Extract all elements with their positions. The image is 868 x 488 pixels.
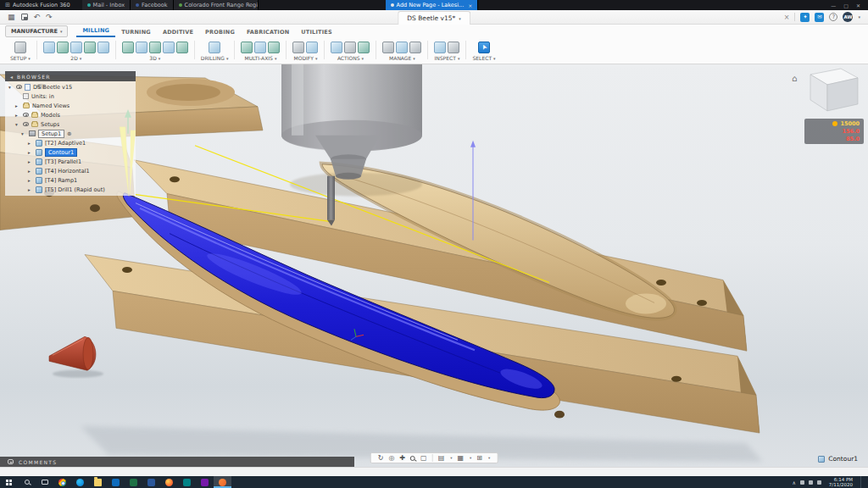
- app-word[interactable]: [142, 476, 160, 488]
- app-file-explorer[interactable]: [89, 476, 107, 488]
- cutting-tool[interactable]: [327, 176, 335, 220]
- undo-icon[interactable]: ↶: [34, 14, 41, 21]
- tab-close-icon[interactable]: ×: [468, 3, 472, 8]
- viewport[interactable]: ⌂ ◂ BROWSER ▾ DS Beetle v15: [0, 64, 868, 467]
- redo-icon[interactable]: ↷: [46, 14, 53, 21]
- drill-icon[interactable]: [209, 42, 220, 53]
- feedback-icon[interactable]: ✉: [815, 13, 824, 22]
- chevron-down-icon[interactable]: ▾: [470, 456, 471, 460]
- expand-caret-icon[interactable]: ▸: [15, 103, 20, 108]
- chevron-down-icon[interactable]: ▾: [315, 56, 318, 61]
- viewports-icon[interactable]: ⊞: [476, 455, 482, 462]
- setup-icon[interactable]: [14, 42, 26, 53]
- browser-item-setup1[interactable]: ▾ Setup1 ⊕: [5, 129, 136, 138]
- browser-item-drill1[interactable]: ▸ [T5] Drill1 (Rapid out): [5, 185, 136, 194]
- expand-caret-icon[interactable]: ▸: [15, 113, 20, 118]
- chevron-down-icon[interactable]: ▾: [488, 456, 490, 460]
- tray-expand-icon[interactable]: ∧: [792, 480, 795, 485]
- maximize-icon[interactable]: ▢: [843, 3, 849, 8]
- trim-icon[interactable]: [292, 42, 304, 53]
- app-excel[interactable]: [125, 476, 142, 488]
- tab-facebook[interactable]: Facebook: [131, 0, 174, 10]
- chevron-down-icon[interactable]: ▾: [493, 56, 496, 61]
- app-store[interactable]: [196, 476, 214, 488]
- chevron-down-icon[interactable]: ▾: [159, 56, 161, 61]
- avatar[interactable]: AW: [843, 12, 853, 22]
- expand-caret-icon[interactable]: ▾: [15, 122, 20, 127]
- browser-item-named-views[interactable]: ▸ Named Views: [5, 101, 136, 110]
- expand-caret-icon[interactable]: ▸: [28, 150, 33, 155]
- visibility-eye-icon[interactable]: [23, 113, 29, 117]
- task-view-button[interactable]: [36, 476, 53, 488]
- extensions-icon[interactable]: ✦: [800, 13, 810, 22]
- multi-axis-contour-icon[interactable]: [254, 42, 266, 53]
- red-cone-part[interactable]: [49, 336, 96, 370]
- section-analysis-icon[interactable]: [448, 42, 459, 53]
- swarf-icon[interactable]: [241, 42, 253, 53]
- view-cube[interactable]: ⌂: [792, 69, 858, 111]
- ramp-icon[interactable]: [176, 42, 188, 53]
- tab-add-new-page[interactable]: Add New Page - Lakesi... ×: [386, 0, 479, 10]
- start-button[interactable]: [0, 476, 18, 488]
- expand-caret-icon[interactable]: ▸: [28, 159, 33, 164]
- visibility-eye-icon[interactable]: [16, 85, 22, 89]
- comments-bar[interactable]: COMMENTS: [0, 457, 354, 467]
- taskbar-clock[interactable]: 6:14 PM 7/11/2020: [826, 477, 856, 488]
- volume-icon[interactable]: [809, 480, 813, 485]
- display-settings-icon[interactable]: ▤: [438, 455, 445, 462]
- chevron-down-icon[interactable]: ▾: [858, 14, 860, 19]
- browser-item-parallel1[interactable]: ▸ [T3] Parallel1: [5, 157, 136, 166]
- 2d-adaptive-icon[interactable]: [43, 42, 55, 53]
- tab-additive[interactable]: ADDITIVE: [157, 25, 199, 37]
- expand-caret-icon[interactable]: ▸: [28, 169, 33, 174]
- network-icon[interactable]: [800, 480, 804, 485]
- chevron-down-icon[interactable]: ▾: [80, 56, 82, 61]
- contour-icon[interactable]: [163, 42, 175, 53]
- fit-icon[interactable]: ▢: [420, 455, 427, 462]
- look-at-icon[interactable]: ◎: [388, 455, 394, 462]
- expand-caret-icon[interactable]: ▾: [8, 85, 14, 90]
- app-mail[interactable]: [107, 476, 125, 488]
- data-panel-icon[interactable]: ▦: [8, 14, 15, 21]
- tab-utilities[interactable]: UTILITIES: [295, 25, 337, 37]
- expand-caret-icon[interactable]: ▸: [28, 178, 33, 183]
- help-icon[interactable]: ?: [829, 13, 837, 21]
- visibility-eye-icon[interactable]: [23, 122, 29, 126]
- home-view-icon[interactable]: ⌂: [792, 74, 797, 83]
- search-button[interactable]: [18, 476, 36, 488]
- workspace-switcher[interactable]: MANUFACTURE ▾: [5, 25, 68, 37]
- minimize-icon[interactable]: —: [831, 3, 836, 8]
- chevron-down-icon[interactable]: ▾: [413, 56, 415, 61]
- select-cursor-icon[interactable]: ➤: [478, 42, 490, 53]
- tab-mail[interactable]: Mail - Inbox: [82, 0, 131, 10]
- chevron-down-icon[interactable]: ▾: [226, 56, 229, 61]
- pocket-clearing-icon[interactable]: [136, 42, 147, 53]
- setup-sheet-icon[interactable]: [358, 42, 370, 53]
- app-chrome[interactable]: [53, 476, 71, 488]
- browser-item-models[interactable]: ▸ Models: [5, 110, 136, 119]
- grid-settings-icon[interactable]: ▦: [457, 455, 464, 462]
- app-edge[interactable]: [71, 476, 89, 488]
- tab-colorado[interactable]: Colorado Front Range Region: [174, 0, 259, 10]
- chevron-down-icon[interactable]: ▾: [28, 56, 31, 61]
- pan-icon[interactable]: ✚: [399, 455, 405, 462]
- tab-milling[interactable]: MILLING: [76, 24, 115, 37]
- close-icon[interactable]: ✕: [856, 3, 860, 8]
- flow-icon[interactable]: [268, 42, 280, 53]
- browser-item-contour1[interactable]: ▸ Contour1: [5, 147, 136, 157]
- parallel-icon[interactable]: [149, 42, 161, 53]
- tool-library-icon[interactable]: [382, 42, 394, 53]
- browser-item-horizontal1[interactable]: ▸ [T4] Horizontal1: [5, 166, 136, 175]
- adaptive-clearing-icon[interactable]: [122, 42, 134, 53]
- delete-icon[interactable]: [306, 42, 318, 53]
- post-process-icon[interactable]: [344, 42, 356, 53]
- tab-turning[interactable]: TURNING: [115, 25, 157, 37]
- templates-icon[interactable]: [396, 42, 408, 53]
- browser-item-adaptive1[interactable]: ▸ [T2] Adaptive1: [5, 138, 136, 147]
- simulate-icon[interactable]: [331, 42, 342, 53]
- browser-item-units[interactable]: Units: in: [5, 92, 136, 101]
- browser-item-document-root[interactable]: ▾ DS Beetle v15: [5, 82, 136, 92]
- face-icon[interactable]: [70, 42, 82, 53]
- battery-icon[interactable]: [817, 480, 821, 485]
- 2d-contour-icon[interactable]: [84, 42, 96, 53]
